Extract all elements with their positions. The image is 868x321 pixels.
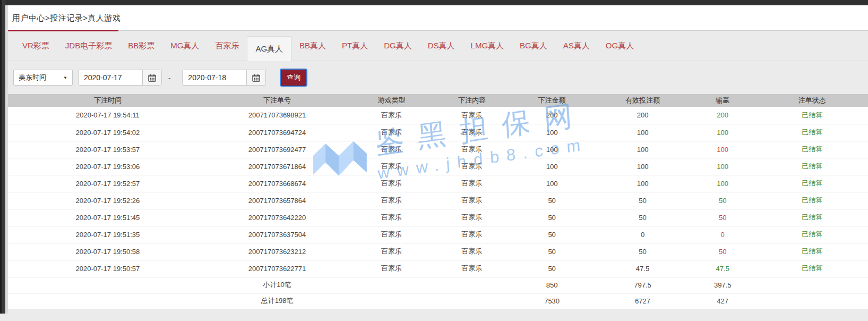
cell-bet_amount: 50	[508, 260, 596, 277]
cell-win_loss: 50	[689, 192, 756, 209]
calendar-from-button[interactable]	[142, 70, 161, 85]
calendar-to-button[interactable]	[246, 70, 265, 85]
breadcrumb: 用户中心>投注记录>真人游戏	[12, 13, 121, 23]
filter-bar: 美东时间 ▼ -	[8, 61, 868, 94]
total-valid-bet: 6727	[596, 293, 689, 309]
total-win-loss: 427	[689, 293, 756, 309]
table-row: 2020-07-17 19:53:57200717073692477百家乐百家乐…	[8, 141, 868, 158]
cell-time: 2020-07-17 19:51:35	[8, 226, 208, 243]
cell-win_loss: 200	[689, 107, 756, 124]
column-header: 下注金额	[508, 94, 596, 107]
tab-BB彩票[interactable]: BB彩票	[120, 31, 162, 61]
cell-bet_content: 百家乐	[436, 124, 508, 141]
cell-game_type: 百家乐	[347, 209, 436, 226]
cell-empty	[436, 277, 508, 293]
cell-bet_amount: 50	[508, 226, 596, 243]
cell-game_type: 百家乐	[347, 175, 436, 192]
subtotal-win-loss: 397.5	[689, 277, 756, 293]
cell-valid_bet: 50	[596, 192, 689, 209]
cell-empty	[8, 293, 208, 309]
date-from-group	[78, 70, 162, 86]
cell-empty	[756, 293, 868, 309]
subtotal-valid-bet: 797.5	[596, 277, 689, 293]
table-row: 2020-07-17 19:54:11200717073698921百家乐百家乐…	[8, 107, 868, 124]
total-label: 总计198笔	[208, 293, 347, 309]
cell-order_no: 200717073657864	[208, 192, 347, 209]
cell-empty	[436, 293, 508, 309]
cell-bet_amount: 50	[508, 209, 596, 226]
total-bet-amount: 7530	[508, 293, 596, 309]
tab-PT真人[interactable]: PT真人	[334, 31, 376, 61]
cell-status: 已结算	[756, 107, 868, 124]
cell-time: 2020-07-17 19:52:26	[8, 192, 208, 209]
cell-game_type: 百家乐	[347, 243, 436, 260]
search-button[interactable]: 查询	[281, 70, 306, 86]
cell-order_no: 200717073668674	[208, 175, 347, 192]
cell-valid_bet: 200	[596, 107, 689, 124]
cell-time: 2020-07-17 19:54:02	[8, 124, 208, 141]
cell-status: 已结算	[756, 226, 868, 243]
cell-order_no: 200717073623212	[208, 243, 347, 260]
date-from-input[interactable]	[79, 70, 142, 85]
cell-time: 2020-07-17 19:50:57	[8, 260, 208, 277]
table-row: 2020-07-17 19:50:58200717073623212百家乐百家乐…	[8, 243, 868, 260]
tab-AS真人[interactable]: AS真人	[555, 31, 598, 61]
page: 用户中心>投注记录>真人游戏 VR彩票JDB电子彩票BB彩票MG真人百家乐AG真…	[8, 5, 868, 321]
date-to-input[interactable]	[183, 70, 246, 85]
cell-bet_amount: 100	[508, 158, 596, 175]
table-row: 2020-07-17 19:51:45200717073642220百家乐百家乐…	[8, 209, 868, 226]
cell-win_loss: 100	[689, 141, 756, 158]
cell-time: 2020-07-17 19:53:06	[8, 158, 208, 175]
breadcrumb-red-underline	[4, 30, 118, 31]
table-row: 2020-07-17 19:50:57200717073622771百家乐百家乐…	[8, 260, 868, 277]
bet-records-table: 下注时间下注单号游戏类型下注内容下注金额有效投注额输赢注单状态 2020-07-…	[8, 94, 868, 309]
page-left-gutter	[5, 5, 8, 314]
column-header: 注单状态	[756, 94, 868, 107]
cell-win_loss: 100	[689, 158, 756, 175]
cell-win_loss: 100	[689, 175, 756, 192]
timezone-select[interactable]: 美东时间 ▼	[13, 70, 73, 86]
tab-VR彩票[interactable]: VR彩票	[14, 31, 57, 61]
cell-bet_content: 百家乐	[436, 226, 508, 243]
timezone-select-value: 美东时间	[19, 73, 46, 82]
cell-game_type: 百家乐	[347, 192, 436, 209]
cell-valid_bet: 100	[596, 141, 689, 158]
cell-win_loss: 50	[689, 243, 756, 260]
cell-valid_bet: 100	[596, 124, 689, 141]
cell-game_type: 百家乐	[347, 107, 436, 124]
tab-DG真人[interactable]: DG真人	[376, 31, 420, 61]
cell-order_no: 200717073692477	[208, 141, 347, 158]
cell-win_loss: 50	[689, 209, 756, 226]
cell-game_type: 百家乐	[347, 260, 436, 277]
tab-AG真人[interactable]: AG真人	[247, 36, 291, 61]
tab-百家乐[interactable]: 百家乐	[207, 31, 247, 61]
cell-valid_bet: 100	[596, 175, 689, 192]
cell-status: 已结算	[756, 124, 868, 141]
cell-bet_amount: 100	[508, 124, 596, 141]
breadcrumb-bar: 用户中心>投注记录>真人游戏	[8, 5, 868, 31]
tab-JDB电子彩票[interactable]: JDB电子彩票	[57, 31, 120, 61]
table-summary: 小计10笔 850 797.5 397.5 总计198笔 7530 6727 4…	[8, 277, 868, 309]
tab-MG真人[interactable]: MG真人	[162, 31, 207, 61]
cell-status: 已结算	[756, 158, 868, 175]
cell-order_no: 200717073694724	[208, 124, 347, 141]
tab-BB真人[interactable]: BB真人	[291, 31, 334, 61]
table-row: 2020-07-17 19:54:02200717073694724百家乐百家乐…	[8, 124, 868, 141]
tab-LMG真人[interactable]: LMG真人	[463, 31, 512, 61]
tab-BG真人[interactable]: BG真人	[512, 31, 555, 61]
cell-bet_content: 百家乐	[436, 243, 508, 260]
calendar-icon	[252, 74, 260, 82]
subtotal-bet-amount: 850	[508, 277, 596, 293]
cell-status: 已结算	[756, 260, 868, 277]
cell-win_loss: 100	[689, 124, 756, 141]
cell-bet_amount: 200	[508, 107, 596, 124]
calendar-icon	[148, 74, 156, 82]
tab-DS真人[interactable]: DS真人	[420, 31, 463, 61]
cell-empty	[8, 277, 208, 293]
cell-bet_amount: 100	[508, 175, 596, 192]
cell-bet_content: 百家乐	[436, 209, 508, 226]
cell-status: 已结算	[756, 243, 868, 260]
cell-bet_amount: 50	[508, 243, 596, 260]
cell-order_no: 200717073637504	[208, 226, 347, 243]
tab-OG真人[interactable]: OG真人	[598, 31, 642, 61]
